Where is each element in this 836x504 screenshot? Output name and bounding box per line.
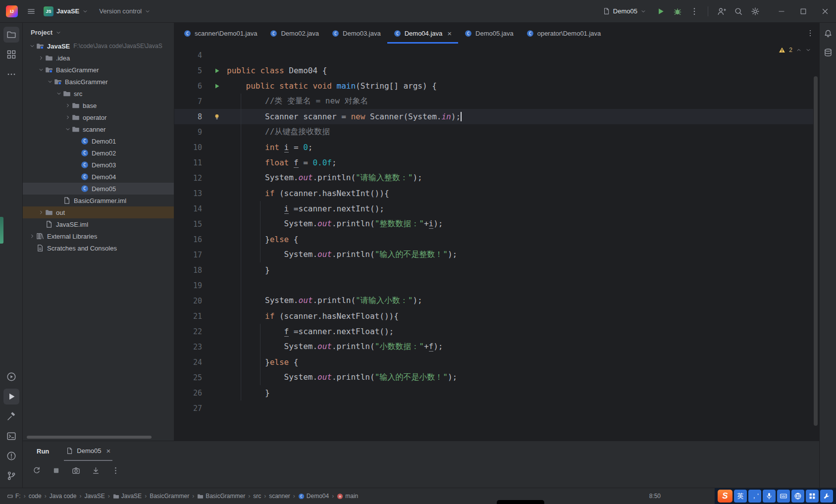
code-line-12[interactable]: 12 System.out.println("请输入整数："); <box>174 170 813 186</box>
tree-item-Demo02[interactable]: CDemo02 <box>23 147 174 159</box>
line-number[interactable]: 6 <box>174 82 207 91</box>
line-number[interactable]: 8 <box>174 112 207 121</box>
tool-terminal-button[interactable] <box>3 428 19 444</box>
tree-item-Demo03[interactable]: CDemo03 <box>23 159 174 171</box>
crumb-Demo04[interactable]: CDemo04 <box>298 493 329 500</box>
tree-item-JavaSE[interactable]: JavaSEF:\code\Java code\JavaSE\JavaS <box>23 40 174 52</box>
line-number[interactable]: 10 <box>174 143 207 152</box>
crumb-code[interactable]: code <box>29 493 42 500</box>
tree-item-BasicGrammer[interactable]: BasicGrammer <box>23 76 174 88</box>
caret-position[interactable]: 8:50 <box>649 493 661 500</box>
ime-gridtile-tile[interactable] <box>806 490 819 503</box>
line-number[interactable]: 27 <box>174 404 207 413</box>
run-tab[interactable]: Demo05 × <box>64 441 112 461</box>
line-number[interactable]: 13 <box>174 189 207 198</box>
close-button[interactable] <box>814 0 836 23</box>
line-number[interactable]: 23 <box>174 343 207 352</box>
search-button[interactable] <box>731 4 746 19</box>
code-line-19[interactable]: 19 <box>174 278 813 293</box>
tool-problems-button[interactable] <box>3 448 19 464</box>
debug-button[interactable] <box>670 4 685 19</box>
line-number[interactable]: 12 <box>174 174 207 183</box>
line-number[interactable]: 15 <box>174 220 207 229</box>
code-line-27[interactable]: 27 <box>174 401 813 416</box>
ime-wrench-tile[interactable] <box>820 490 833 503</box>
tab-Demo03.java[interactable]: CDemo03.java <box>325 23 387 44</box>
tab-Demo02.java[interactable]: CDemo02.java <box>263 23 325 44</box>
tool-build-button[interactable] <box>3 408 19 424</box>
crumb-BasicGrammer[interactable]: BasicGrammer <box>150 493 189 500</box>
crumb-src[interactable]: src <box>253 493 261 500</box>
line-number[interactable]: 5 <box>174 66 207 75</box>
maximize-button[interactable] <box>792 0 814 23</box>
code-line-14[interactable]: 14 i =scanner.nextInt(); <box>174 201 813 216</box>
prev-problem-icon[interactable] <box>796 47 802 53</box>
crumb-scanner[interactable]: scanner <box>269 493 290 500</box>
tool-services-button[interactable] <box>3 369 19 385</box>
project-selector[interactable]: JS JavaSE <box>40 4 92 18</box>
code-line-9[interactable]: 9 //从键盘接收数据 <box>174 124 813 140</box>
tree-item-JavaSE.iml[interactable]: JavaSE.iml <box>23 218 174 230</box>
line-number[interactable]: 17 <box>174 251 207 259</box>
code-line-13[interactable]: 13 if (scanner.hasNextInt()){ <box>174 186 813 201</box>
editor-scrollbar[interactable] <box>814 76 818 426</box>
run-line-icon[interactable] <box>207 83 227 90</box>
line-number[interactable]: 20 <box>174 297 207 305</box>
code-line-10[interactable]: 10 int i = 0; <box>174 140 813 155</box>
stop-button[interactable] <box>51 465 61 476</box>
code-line-23[interactable]: 23 System.out.println("小数数据："+f); <box>174 339 813 354</box>
code-line-11[interactable]: 11 float f = 0.0f; <box>174 155 813 170</box>
line-number[interactable]: 25 <box>174 373 207 382</box>
crumb-main[interactable]: mmain <box>337 493 358 500</box>
code-line-6[interactable]: 6 public static void main(String[] args)… <box>174 78 813 94</box>
line-number[interactable]: 22 <box>174 327 207 336</box>
tab-scanner\Demo01.java[interactable]: Cscanner\Demo01.java <box>177 23 263 44</box>
crumb-F:[interactable]: F: <box>7 493 21 500</box>
database-button[interactable] <box>821 46 835 59</box>
chevron-down-icon[interactable] <box>37 67 45 73</box>
tool-project-folder-button[interactable] <box>3 27 19 43</box>
line-number[interactable]: 14 <box>174 204 207 213</box>
ime-globe-tile[interactable] <box>791 490 804 503</box>
tab-Demo04.java[interactable]: CDemo04.java× <box>387 23 458 44</box>
main-menu-button[interactable] <box>24 4 39 19</box>
tree-item-Demo01[interactable]: CDemo01 <box>23 135 174 147</box>
chevron-right-icon[interactable] <box>28 233 36 239</box>
inspections-widget[interactable]: 2 <box>779 47 811 53</box>
code-line-15[interactable]: 15 System.out.println("整数数据："+i); <box>174 216 813 232</box>
tree-item-src[interactable]: src <box>23 88 174 100</box>
code-line-22[interactable]: 22 f =scanner.nextFloat(); <box>174 324 813 339</box>
crumb-Java code[interactable]: Java code <box>50 493 77 500</box>
code-line-18[interactable]: 18 } <box>174 262 813 278</box>
next-problem-icon[interactable] <box>805 47 811 53</box>
run-button[interactable] <box>653 4 668 19</box>
code-line-25[interactable]: 25 System.out.println("输入的不是小数！"); <box>174 370 813 385</box>
line-number[interactable]: 11 <box>174 158 207 167</box>
tree-item-Scratches and Consoles[interactable]: Scratches and Consoles <box>23 242 174 254</box>
rerun-button[interactable] <box>31 465 42 476</box>
kebab-button[interactable] <box>110 465 121 476</box>
intellij-logo[interactable]: IJ <box>6 5 18 17</box>
tree-item-out[interactable]: out <box>23 206 174 218</box>
tree-item-base[interactable]: base <box>23 100 174 111</box>
code-line-20[interactable]: 20 System.out.println("请输入小数："); <box>174 293 813 308</box>
vcs-selector[interactable]: Version control <box>95 5 155 17</box>
crumb-BasicGrammer[interactable]: BasicGrammer <box>197 493 245 500</box>
tool-more-button[interactable] <box>3 66 19 82</box>
ime-keyboard-tile[interactable] <box>777 490 790 503</box>
tool-structure-button[interactable] <box>3 47 19 62</box>
code-line-4[interactable]: 4 <box>174 48 813 63</box>
tree-item-BasicGrammer.iml[interactable]: BasicGrammer.iml <box>23 195 174 206</box>
chevron-right-icon[interactable] <box>37 55 45 61</box>
crumb-JavaSE[interactable]: JavaSE <box>84 493 104 500</box>
ime-mic-tile[interactable] <box>763 490 776 503</box>
add-user-button[interactable] <box>714 4 729 19</box>
code-line-26[interactable]: 26 } <box>174 385 813 401</box>
tool-run-button[interactable] <box>3 389 19 404</box>
line-number[interactable]: 18 <box>174 266 207 275</box>
run-line-icon[interactable] <box>207 67 227 74</box>
run-config-selector[interactable]: Demo05 <box>599 5 650 17</box>
minimize-button[interactable] <box>771 0 792 23</box>
run-panel-title[interactable]: Run <box>37 448 49 455</box>
tab-Demo05.java[interactable]: CDemo05.java <box>458 23 520 44</box>
